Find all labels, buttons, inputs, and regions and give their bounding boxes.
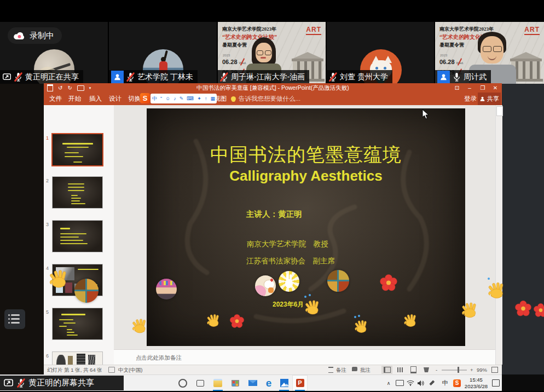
ribbon-options-button[interactable]: ⊡	[452, 83, 462, 93]
thumb-number: 6	[46, 353, 49, 359]
tab-home[interactable]: 开始	[68, 95, 81, 103]
sign-in-button[interactable]: 登录	[464, 95, 477, 103]
fit-slide-to-window-icon[interactable]	[491, 367, 498, 373]
scrollbar-thumb[interactable]	[496, 106, 503, 116]
tab-design[interactable]: 设计	[109, 95, 121, 103]
participant-name: 周计武	[464, 72, 487, 82]
sogou-tools-icon[interactable]: ✦	[197, 96, 201, 101]
slideshow-view-button[interactable]	[421, 366, 432, 374]
sogou-cn-icon[interactable]: 中	[152, 95, 157, 102]
participant-label: 刘萱 贵州大学	[327, 70, 392, 84]
slide-date: 2023年6月	[273, 300, 304, 309]
thumb-number: 2	[46, 178, 49, 183]
search-icon[interactable]	[175, 375, 190, 391]
comments-toggle[interactable]: 批注	[360, 367, 371, 374]
tab-transitions[interactable]: 切换	[128, 95, 141, 103]
participant-label: 艺术学院 丁林未	[109, 70, 198, 84]
mail-icon[interactable]	[245, 375, 261, 391]
poster-line1: 南京大学艺术学院2023年	[222, 26, 276, 33]
window-title: 中国书法的审美意蕴 [兼容模式] - PowerPoint(产品激活失败)	[44, 84, 502, 92]
close-button[interactable]: ✕	[490, 83, 501, 93]
flower-emoji	[379, 274, 398, 292]
sogou-pen-icon[interactable]: ✎	[180, 96, 184, 101]
clap-emoji	[303, 298, 322, 316]
wifi-icon[interactable]	[406, 375, 415, 391]
slide-speaker: 主讲人：黄正明	[246, 209, 302, 220]
pen-settings-icon[interactable]	[427, 375, 437, 391]
tab-file[interactable]: 文件	[49, 95, 62, 103]
ppt-ribbon-tabs: 文件 开始 插入 设计 切换 视图 S 中 ” ☺ ♪ ✎ ⌨ ✦ ↑ ▦ 告诉…	[44, 93, 502, 105]
sogou-emoji-icon[interactable]: ☺	[165, 96, 170, 101]
screen-share-icon	[2, 72, 11, 82]
tray-expand-icon[interactable]: ∧	[384, 375, 393, 391]
photos-icon[interactable]	[276, 375, 292, 391]
powerpoint-taskbar-icon[interactable]: P	[292, 375, 308, 391]
slide-affiliation-2: 江苏省书法家协会 副主席	[246, 256, 335, 266]
zoom-slider-thumb[interactable]	[458, 367, 459, 373]
edge-icon[interactable]: e	[261, 375, 276, 391]
notes-pane[interactable]: 点击此处添加备注	[114, 349, 495, 365]
tell-me-box[interactable]: 告诉我您想要做什么...	[231, 95, 300, 103]
notes-toggle-icon	[328, 367, 333, 373]
left-background	[0, 84, 44, 374]
thumb-number: 3	[46, 222, 49, 227]
sogou-skin-icon[interactable]: ↑	[205, 96, 207, 101]
reaction-avatar-cartoon	[255, 275, 276, 296]
thumb-number: 5	[46, 309, 49, 315]
slide-counter: 幻灯片 第 1 张, 共 64 张	[47, 367, 102, 374]
action-center-icon[interactable]	[490, 375, 501, 391]
participant-name: 周子琳-江南大学-油画	[231, 72, 305, 82]
taskbar-clock[interactable]: 15:452023/6/28	[463, 375, 489, 391]
slide-affiliation-1: 南京大学艺术学院 教授	[247, 239, 328, 249]
file-explorer-icon[interactable]	[210, 375, 225, 391]
sogou-voice-icon[interactable]: ♪	[173, 96, 176, 101]
reaction-avatar-child	[156, 279, 177, 299]
slide-thumbnail-3[interactable]	[53, 221, 102, 252]
person-badge-icon	[111, 71, 124, 83]
zoom-level[interactable]: 99%	[477, 367, 487, 373]
video-tile-zhouzilin[interactable]: 南京大学艺术学院2023年 “艺术史的跨文化比较” 暑期夏令营 2023 06.…	[218, 22, 326, 84]
touch-keyboard-icon[interactable]	[395, 375, 404, 391]
slide-thumbnail-5[interactable]	[53, 308, 102, 339]
video-tile-dinglinwei[interactable]: 艺术学院 丁林未	[109, 22, 217, 84]
slide-thumbnail-1[interactable]	[53, 134, 102, 165]
ime-language-indicator[interactable]: 中	[440, 375, 450, 391]
sogou-punct-icon[interactable]: ”	[160, 96, 162, 101]
sogou-ime-toolbar[interactable]: 中 ” ☺ ♪ ✎ ⌨ ✦ ↑ ▦	[151, 94, 217, 103]
zoom-out-button[interactable]: -	[436, 367, 437, 373]
task-view-icon[interactable]	[193, 375, 208, 391]
video-tile-zhoujiwu[interactable]: 南京大学艺术学院2023年 “艺术史的跨文化比较” 暑期夏令营 2023 06.…	[435, 22, 544, 84]
language-indicator[interactable]: 中文(中国)	[118, 367, 142, 374]
screen-share-banner: 黄正明的屏幕共享	[0, 376, 124, 390]
clap-emoji	[402, 312, 419, 328]
recording-indicator: 录制中	[8, 27, 62, 44]
right-background	[502, 84, 544, 374]
slide-title: 中国书法的笔墨意蕴境	[147, 142, 465, 168]
flower-emoji	[229, 314, 245, 329]
spellcheck-icon[interactable]	[108, 367, 115, 373]
notes-toggle[interactable]: 备注	[336, 367, 346, 374]
tab-insert[interactable]: 插入	[89, 95, 102, 103]
video-tile-liuxuan[interactable]: 刘萱 贵州大学	[327, 22, 434, 84]
sogou-keyboard-icon[interactable]: ⌨	[187, 96, 194, 101]
sogou-ime-logo-icon[interactable]: S	[140, 93, 150, 103]
restore-button[interactable]: ❐	[477, 83, 488, 93]
reading-view-button[interactable]	[408, 366, 419, 374]
participant-name: 黄正明正在共享	[25, 72, 79, 82]
share-banner-text: 黄正明的屏幕共享	[28, 378, 94, 388]
zoom-slider-track[interactable]	[442, 370, 467, 371]
clap-emoji	[130, 316, 149, 335]
sogou-grid-icon[interactable]: ▦	[210, 96, 215, 101]
share-button[interactable]: 共享	[478, 93, 501, 105]
speaker-icon[interactable]	[416, 375, 426, 391]
normal-view-button[interactable]	[381, 366, 392, 374]
microsoft-store-icon[interactable]	[228, 375, 243, 391]
sogou-tray-icon[interactable]: S	[452, 375, 462, 391]
participant-list-toggle-icon[interactable]	[4, 309, 25, 329]
slide-sorter-view-button[interactable]	[395, 366, 406, 374]
minimize-button[interactable]: –	[464, 83, 475, 93]
vertical-scrollbar[interactable]	[495, 105, 502, 365]
ppt-title-bar: ↺ ↻ ▾ 中国书法的审美意蕴 [兼容模式] - PowerPoint(产品激活…	[44, 83, 502, 93]
slide-thumbnail-2[interactable]	[53, 177, 102, 208]
zoom-in-button[interactable]: +	[470, 367, 473, 373]
